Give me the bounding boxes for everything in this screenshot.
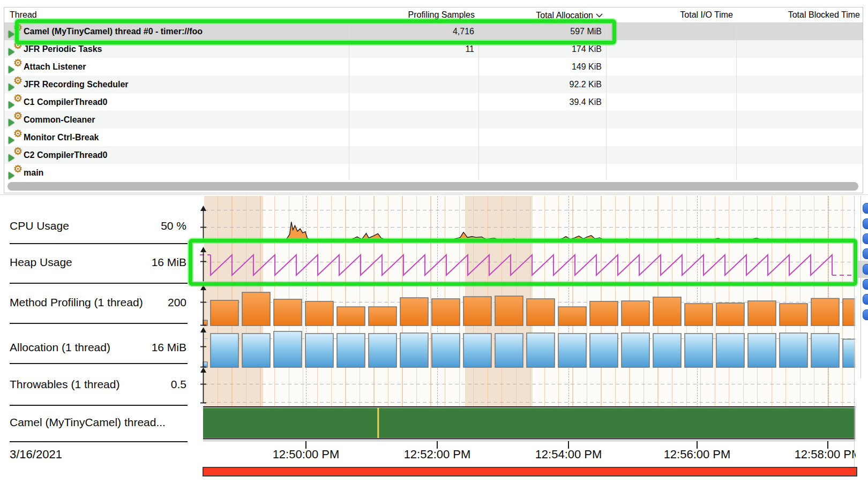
table-horizontal-scrollbar[interactable] xyxy=(5,180,862,192)
plot-right-border xyxy=(854,196,855,467)
allocation-bar xyxy=(622,333,649,367)
date-label: 3/16/2021 xyxy=(10,447,62,462)
method-profiling-bar xyxy=(748,301,776,326)
thread-icon: ⚙ xyxy=(9,95,24,109)
chart-label-allocation[interactable]: Allocation (1 thread)16 MiB xyxy=(10,339,186,356)
thread-icon: ⚙ xyxy=(9,166,24,180)
chart-label-cpu-usage[interactable]: CPU Usage50 % xyxy=(10,218,186,234)
play-triangle-icon xyxy=(9,84,14,91)
column-header-total-blocked-time[interactable]: Total Blocked Time xyxy=(736,7,863,22)
allocation-bar xyxy=(337,334,365,367)
thread-name: C2 CompilerThread0 xyxy=(24,146,107,164)
method-profiling-bar xyxy=(305,301,333,326)
table-row[interactable]: ⚙C2 CompilerThread0 xyxy=(4,146,863,164)
method-profiling-bar xyxy=(716,303,744,326)
play-triangle-icon xyxy=(9,137,14,144)
cell-total-allocation: 92.2 KiB xyxy=(478,75,606,93)
method-profiling-bar xyxy=(811,298,839,326)
allocation-bar xyxy=(590,334,618,367)
method-profiling-bar xyxy=(463,297,491,326)
y-axis-arrow xyxy=(200,327,206,332)
table-row[interactable]: ⚙Common-Cleaner xyxy=(4,111,863,128)
cell-total-allocation: 149 KiB xyxy=(478,58,606,75)
method-profiling-bar xyxy=(558,307,586,326)
allocation-bar xyxy=(653,334,681,367)
method-profiling-bar xyxy=(590,301,618,326)
thread-name: JFR Recording Scheduler xyxy=(24,75,129,93)
play-triangle-icon xyxy=(9,119,14,126)
thread-name: Monitor Ctrl-Break xyxy=(24,128,99,146)
table-row[interactable]: ⚙C1 CompilerThread039.4 KiB xyxy=(4,93,863,111)
side-toolbar-button[interactable] xyxy=(863,218,868,229)
method-profiling-bar xyxy=(622,301,649,326)
thread-icon: ⚙ xyxy=(9,131,24,145)
thread-icon: ⚙ xyxy=(9,148,24,162)
side-toolbar-button[interactable] xyxy=(863,279,868,290)
allocation-bar xyxy=(811,334,839,367)
allocation-bar xyxy=(558,334,586,367)
timeline-range-slider[interactable] xyxy=(203,467,857,477)
allocation-bar xyxy=(369,334,396,367)
gear-icon: ⚙ xyxy=(13,111,23,121)
method-profiling-bar xyxy=(843,299,855,326)
thread-name: C1 CompilerThread0 xyxy=(24,93,107,111)
row-separator xyxy=(10,405,188,406)
table-row[interactable]: ⚙main xyxy=(4,164,863,182)
timeline-panel: CPU Usage50 %Heap Usage16 MiBMethod Prof… xyxy=(0,194,868,484)
table-row[interactable]: ⚙Monitor Ctrl-Break xyxy=(4,128,863,146)
chart-label-method-profiling[interactable]: Method Profiling (1 thread)200 xyxy=(10,294,186,311)
chart-label-thread-lane[interactable]: Camel (MyTinyCamel) thread... xyxy=(10,414,186,430)
gear-icon: ⚙ xyxy=(13,58,23,68)
table-horizontal-scrollbar-thumb[interactable] xyxy=(8,182,858,191)
axis-tick-label: 0.5 xyxy=(171,378,186,391)
row-separator xyxy=(10,323,188,324)
row-separator xyxy=(10,363,188,364)
play-triangle-icon xyxy=(9,66,14,73)
play-triangle-icon xyxy=(9,48,14,56)
table-row[interactable]: ⚙Attach Listener149 KiB xyxy=(4,58,863,75)
allocation-bar xyxy=(495,334,523,367)
column-header-total-io-time[interactable]: Total I/O Time xyxy=(606,7,736,22)
allocation-bar xyxy=(274,331,302,367)
side-toolbar-button[interactable] xyxy=(863,233,868,244)
play-triangle-icon xyxy=(9,31,14,38)
gear-icon: ⚙ xyxy=(13,93,23,103)
method-profiling-bar xyxy=(653,297,681,326)
table-rows: ⚙Camel (MyTinyCamel) thread #0 - timer:/… xyxy=(4,22,863,182)
chart-label-heap-usage[interactable]: Heap Usage16 MiB xyxy=(10,254,186,270)
side-toolbar-button[interactable] xyxy=(863,309,868,320)
row-title: Allocation (1 thread) xyxy=(10,341,110,354)
method-profiling-bar xyxy=(242,292,270,326)
annotation-selected-thread-row xyxy=(15,19,616,44)
allocation-bar xyxy=(242,334,270,367)
side-toolbar-button[interactable] xyxy=(863,264,868,275)
allocation-bar xyxy=(780,333,807,367)
row-separator xyxy=(10,441,188,442)
allocation-bar xyxy=(716,334,744,367)
axis-tick-label: 16 MiB xyxy=(152,256,186,269)
row-title: Method Profiling (1 thread) xyxy=(10,296,143,309)
table-row[interactable]: ⚙JFR Recording Scheduler92.2 KiB xyxy=(4,75,863,93)
side-toolbar-button[interactable] xyxy=(863,203,868,214)
chart-label-throwables[interactable]: Throwables (1 thread)0.5 xyxy=(10,376,186,392)
method-profiling-bar xyxy=(337,307,365,326)
side-toolbar-button[interactable] xyxy=(863,294,868,305)
method-profiling-bar xyxy=(211,300,238,326)
method-profiling-bar xyxy=(780,304,807,326)
thread-icon: ⚙ xyxy=(9,113,24,127)
thread-icon: ⚙ xyxy=(9,60,24,74)
annotation-heap-usage-chart xyxy=(189,239,857,286)
cell-total-allocation: 39.4 KiB xyxy=(478,93,606,111)
row-title: Heap Usage xyxy=(10,256,72,269)
allocation-bar xyxy=(400,333,428,367)
gear-icon: ⚙ xyxy=(13,75,23,86)
allocation-bar xyxy=(305,334,333,367)
column-divider xyxy=(736,7,737,180)
method-profiling-bar xyxy=(369,307,396,326)
method-profiling-bar xyxy=(495,296,523,326)
thread-name: main xyxy=(24,164,43,182)
allocation-bar xyxy=(211,334,238,367)
side-toolbar-border xyxy=(860,196,861,378)
lane-event-marker xyxy=(377,408,379,438)
side-toolbar-button[interactable] xyxy=(863,248,868,259)
